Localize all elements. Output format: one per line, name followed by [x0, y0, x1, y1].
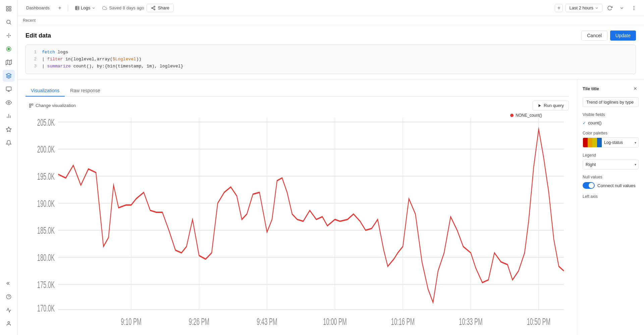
code-line-3: 3 | summarize count(), by:{bin(timestamp…	[31, 63, 630, 70]
legend-chevron-icon: ▾	[633, 163, 638, 166]
chart-svg: 205.0K 200.0K 195.0K 190.0K 185.0K 180.0…	[25, 113, 569, 330]
null-values-section: Null values Connect null values	[583, 175, 639, 189]
tab-visualizations-label: Visualizations	[31, 88, 59, 93]
collapse-button[interactable]	[617, 3, 627, 13]
palette-color-yellow	[592, 138, 597, 147]
palette-chevron-icon: ▾	[633, 141, 638, 145]
svg-text:10:16 PM: 10:16 PM	[391, 316, 415, 327]
cancel-button[interactable]: Cancel	[581, 31, 607, 41]
saved-status: Saved 8 days ago	[102, 5, 144, 10]
svg-text:9:26 PM: 9:26 PM	[189, 316, 209, 327]
svg-marker-13	[6, 60, 11, 65]
tab-raw-response[interactable]: Raw response	[65, 85, 106, 97]
close-panel-button[interactable]	[632, 85, 639, 92]
logs-chevron-icon	[92, 6, 96, 10]
svg-point-37	[634, 6, 634, 6]
logs-label: Logs	[81, 5, 90, 10]
viz-tabs: Visualizations Raw response	[25, 85, 569, 97]
sidebar	[0, 0, 17, 335]
svg-rect-0	[6, 6, 8, 8]
svg-text:9:43 PM: 9:43 PM	[257, 316, 277, 327]
logs-button[interactable]: Logs	[72, 4, 98, 12]
sidebar-icon-monitor[interactable]	[3, 83, 15, 95]
update-button[interactable]: Update	[610, 31, 636, 41]
sidebar-icon-apps[interactable]	[3, 30, 15, 42]
svg-point-27	[8, 322, 9, 323]
code-content-1: fetch logs	[42, 49, 68, 56]
time-range-selector[interactable]: Last 2 hours	[566, 4, 602, 12]
change-visualization-button[interactable]: Change visualization	[25, 102, 79, 109]
more-icon	[631, 5, 637, 11]
svg-rect-3	[9, 9, 11, 11]
sidebar-icon-search[interactable]	[3, 16, 15, 28]
connect-null-toggle[interactable]	[583, 182, 595, 189]
change-viz-label: Change visualization	[36, 103, 76, 108]
svg-text:200.0K: 200.0K	[37, 144, 55, 155]
legend-select[interactable]: None Right Bottom Top	[583, 160, 633, 169]
palette-select[interactable]: Log-status	[602, 139, 633, 146]
sidebar-icon-eye[interactable]	[3, 97, 15, 109]
svg-rect-28	[75, 6, 79, 10]
sidebar-icon-help[interactable]	[3, 291, 15, 303]
add-panel-button[interactable]: +	[555, 4, 563, 12]
run-query-button[interactable]: Run query	[533, 101, 569, 110]
svg-rect-42	[30, 106, 31, 107]
viz-toolbar: Change visualization Run query	[25, 101, 569, 110]
color-palette-section: Color palettes Log-status ▾	[583, 131, 639, 148]
tab-raw-response-label: Raw response	[70, 88, 100, 93]
more-button[interactable]	[629, 3, 639, 13]
legend-select-wrapper: None Right Bottom Top ▾	[583, 160, 639, 169]
svg-point-33	[152, 7, 153, 9]
saved-label: Saved 8 days ago	[109, 5, 144, 10]
recent-label: Recent	[23, 18, 36, 23]
dashboards-tab[interactable]: Dashboards	[23, 4, 53, 12]
palette-select-wrapper: Log-status ▾	[583, 137, 639, 148]
svg-point-12	[8, 48, 10, 50]
add-dashboard-button[interactable]: +	[56, 4, 64, 12]
edit-panel: Edit data Cancel Update 1 fetch logs 2 |…	[17, 25, 644, 80]
code-line-2: 2 | filter in(loglevel,array($Loglevel))	[31, 56, 630, 63]
sidebar-icon-bell[interactable]	[3, 137, 15, 149]
null-values-label: Null values	[583, 175, 639, 179]
toggle-knob	[589, 183, 594, 188]
visible-field-label: count()	[588, 120, 601, 125]
svg-text:195.0K: 195.0K	[37, 171, 55, 182]
sidebar-icon-circle[interactable]	[3, 43, 15, 55]
line-number-1: 1	[31, 49, 37, 56]
edit-header: Edit data Cancel Update	[25, 31, 636, 41]
tile-title-label: Tile title	[583, 86, 599, 91]
left-axis-label: Left axis	[583, 194, 639, 199]
left-axis-section: Left axis	[583, 194, 639, 199]
connect-null-label: Connect null values	[597, 183, 635, 188]
code-content-3: | summarize count(), by:{bin(timestamp, …	[42, 63, 183, 70]
sidebar-icon-grid[interactable]	[3, 3, 15, 15]
code-editor[interactable]: 1 fetch logs 2 | filter in(loglevel,arra…	[25, 45, 636, 74]
main-container: Dashboards + Logs Saved 8 days ago Share…	[17, 0, 644, 335]
code-line-1: 1 fetch logs	[31, 49, 630, 56]
svg-point-7	[7, 35, 7, 36]
line-number-3: 3	[31, 63, 37, 70]
svg-text:9:10 PM: 9:10 PM	[121, 316, 141, 327]
sidebar-icon-barchart[interactable]	[3, 110, 15, 122]
sidebar-icon-expand[interactable]	[3, 277, 15, 289]
legend-section: Legend None Right Bottom Top ▾	[583, 153, 639, 169]
svg-point-4	[7, 20, 10, 24]
svg-text:10:33 PM: 10:33 PM	[459, 316, 483, 327]
palette-color-red	[583, 138, 588, 147]
sidebar-icon-person[interactable]	[3, 318, 15, 330]
sidebar-icon-line-chart[interactable]	[3, 304, 15, 316]
svg-marker-16	[6, 73, 11, 76]
legend-dot	[510, 114, 514, 117]
svg-marker-24	[6, 127, 11, 132]
visible-field-item: ✓ count()	[583, 120, 639, 125]
refresh-button[interactable]	[605, 3, 614, 13]
sidebar-icon-map[interactable]	[3, 56, 15, 68]
tile-title-group	[583, 97, 639, 107]
tab-visualizations[interactable]: Visualizations	[25, 85, 65, 97]
share-button[interactable]: Share	[147, 4, 174, 12]
svg-point-10	[8, 37, 9, 38]
sidebar-icon-layers[interactable]	[3, 70, 15, 82]
sidebar-icon-star[interactable]	[3, 123, 15, 135]
code-content-2: | filter in(loglevel,array($Loglevel))	[42, 56, 141, 63]
tile-title-input[interactable]	[583, 97, 639, 107]
